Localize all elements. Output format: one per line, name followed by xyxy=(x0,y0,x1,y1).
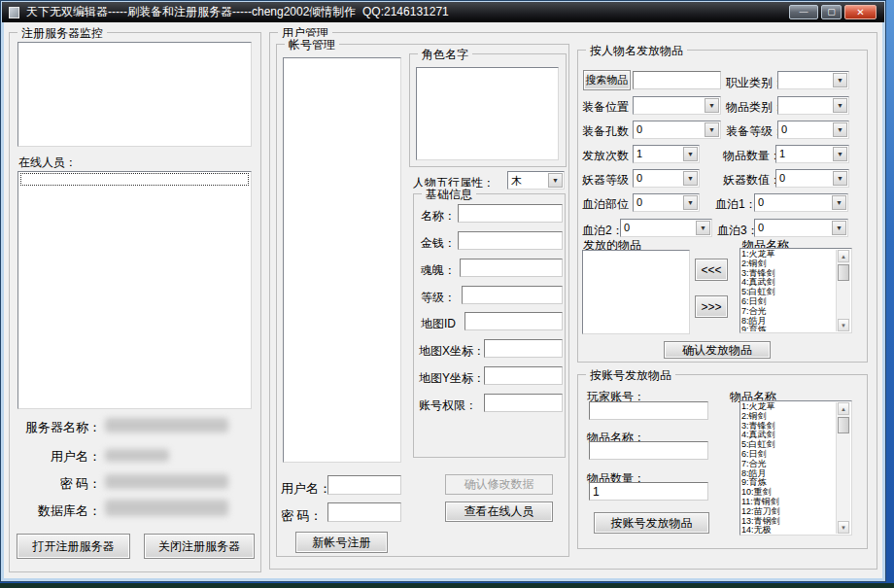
item-qty-select[interactable]: 1 ▼ xyxy=(775,145,849,163)
selected-value: 0 xyxy=(758,196,764,208)
role-name-title: 角色名字 xyxy=(418,47,472,63)
scrollbar[interactable]: ▲ ▼ xyxy=(836,250,850,331)
chevron-down-icon: ▼ xyxy=(705,122,719,137)
chevron-down-icon: ▼ xyxy=(696,221,710,235)
blood2-select[interactable]: 0 ▼ xyxy=(620,219,712,237)
money-label: 金钱： xyxy=(421,235,456,252)
give-by-account-button[interactable]: 按账号发放物品 xyxy=(594,512,709,534)
blood-part-label: 血泊部位： xyxy=(582,196,640,213)
account-username-field[interactable] xyxy=(327,475,401,495)
item-class-label: 物品类别： xyxy=(726,99,784,116)
server-username-label: 用户名： xyxy=(9,448,101,466)
blood3-select[interactable]: 0 ▼ xyxy=(754,219,848,237)
equip-holes-label: 装备孔数： xyxy=(582,123,640,140)
redacted-server-name xyxy=(105,418,228,432)
redacted-database xyxy=(105,500,228,516)
title-bar[interactable]: 天下无双编辑器-----刷装备和注册服务器-----cheng2002倾情制作 … xyxy=(2,2,884,22)
account-mgmt-title: 帐号管理 xyxy=(285,37,339,53)
online-users-list[interactable] xyxy=(17,171,252,409)
equip-level-select[interactable]: 0 ▼ xyxy=(777,121,849,139)
search-item-field[interactable] xyxy=(633,71,721,89)
chevron-down-icon: ▼ xyxy=(833,122,847,137)
selected-value: 1 xyxy=(636,148,642,159)
privilege-field[interactable] xyxy=(484,394,563,412)
maximize-button[interactable]: ▢ xyxy=(821,5,842,19)
map-x-field[interactable] xyxy=(484,339,563,358)
level-field[interactable] xyxy=(462,286,563,304)
close-button[interactable]: ✕ xyxy=(844,5,877,19)
item-names-list[interactable]: 1:火龙草2:铜剑3:青锋剑4:真武剑5:白虹剑6:日剑7:合光8:皓月9:育炼… xyxy=(739,248,852,333)
player-account-field[interactable] xyxy=(589,401,708,420)
demon-level-label: 妖器等级： xyxy=(582,172,640,189)
equip-holes-select[interactable]: 0 ▼ xyxy=(633,121,721,139)
scroll-up-icon[interactable]: ▲ xyxy=(838,250,849,262)
window-controls: — ▢ ✕ xyxy=(789,5,877,19)
chevron-down-icon: ▼ xyxy=(705,98,719,113)
job-class-select[interactable]: ▼ xyxy=(777,71,849,89)
online-users-label: 在线人员： xyxy=(18,155,77,171)
chevron-down-icon: ▼ xyxy=(833,147,847,161)
account-password-label: 密 码： xyxy=(281,507,323,525)
selected-value: 1 xyxy=(779,148,785,159)
item-class-select[interactable]: ▼ xyxy=(777,96,849,115)
scroll-thumb[interactable] xyxy=(838,264,849,281)
list-item[interactable]: 14:无极 xyxy=(741,526,836,534)
move-item-in-button[interactable]: <<< xyxy=(695,259,728,281)
move-item-out-button[interactable]: >>> xyxy=(695,295,728,318)
scroll-down-icon[interactable]: ▼ xyxy=(838,319,849,331)
selected-value: 0 xyxy=(636,196,642,208)
map-id-field[interactable] xyxy=(464,312,563,330)
selected-items-list[interactable] xyxy=(582,250,690,334)
selected-value: 0 xyxy=(758,222,764,233)
chevron-down-icon: ▼ xyxy=(833,98,847,113)
taskbar-edge xyxy=(0,583,894,588)
account-list[interactable] xyxy=(283,57,401,463)
equip-slot-select[interactable]: ▼ xyxy=(633,96,721,115)
chevron-down-icon: ▼ xyxy=(683,171,698,186)
close-icon: ✕ xyxy=(856,8,864,17)
blood1-label: 血泊1： xyxy=(715,196,757,213)
monitor-list[interactable] xyxy=(17,42,252,147)
money-field[interactable] xyxy=(458,231,563,250)
close-register-server-button[interactable]: 关闭注册服务器 xyxy=(144,534,255,559)
view-online-button[interactable]: 查看在线人员 xyxy=(445,502,553,522)
account-password-field[interactable] xyxy=(327,502,401,522)
scrollbar[interactable]: ▲ ▼ xyxy=(836,402,850,534)
database-name-label: 数据库名： xyxy=(9,502,101,520)
confirm-give-button[interactable]: 确认发放物品 xyxy=(664,341,771,359)
give-item-name-field[interactable] xyxy=(589,441,708,460)
job-class-label: 职业类别： xyxy=(726,75,784,91)
element-attr-select[interactable]: 木 ▼ xyxy=(507,171,565,190)
confirm-edit-button[interactable]: 确认修改数据 xyxy=(445,474,553,495)
scroll-thumb[interactable] xyxy=(838,417,849,433)
minimize-button[interactable]: — xyxy=(789,5,818,19)
maximize-icon: ▢ xyxy=(827,8,836,17)
give-by-account-title: 按账号发放物品 xyxy=(586,367,675,384)
chevron-down-icon: ▼ xyxy=(683,195,698,210)
equip-slot-label: 装备位置： xyxy=(582,99,640,116)
demon-value-select[interactable]: 0 ▼ xyxy=(775,169,849,188)
item-names-list2[interactable]: 1:火龙草2:铜剑3:青锋剑4:真武剑5:白虹剑6:日剑7:合光8:皓月9:育炼… xyxy=(739,400,852,536)
redacted-username xyxy=(105,449,169,462)
register-account-button[interactable]: 新帐号注册 xyxy=(295,532,388,553)
give-item-qty-field[interactable] xyxy=(589,482,708,501)
blood-part-select[interactable]: 0 ▼ xyxy=(633,193,700,212)
scroll-up-icon[interactable]: ▲ xyxy=(838,402,849,415)
open-register-server-button[interactable]: 打开注册服务器 xyxy=(17,534,130,559)
selected-value: 0 xyxy=(624,222,630,233)
selected-value: 0 xyxy=(636,172,642,184)
search-item-button[interactable]: 搜索物品 xyxy=(583,70,631,90)
map-y-field[interactable] xyxy=(484,366,563,385)
give-times-select[interactable]: 1 ▼ xyxy=(633,145,700,163)
list-selection-outline[interactable] xyxy=(20,173,249,186)
demon-level-select[interactable]: 0 ▼ xyxy=(633,169,700,188)
role-name-list[interactable] xyxy=(416,67,559,160)
chevron-down-icon: ▼ xyxy=(833,171,847,186)
list-item[interactable]: 9:育炼 xyxy=(741,326,836,331)
scroll-down-icon[interactable]: ▼ xyxy=(838,521,849,534)
name-field[interactable] xyxy=(458,204,563,223)
privilege-label: 账号权限： xyxy=(419,398,477,414)
soul-field[interactable] xyxy=(460,259,563,277)
blood1-select[interactable]: 0 ▼ xyxy=(754,193,848,212)
basic-info-title: 基础信息 xyxy=(422,187,476,203)
